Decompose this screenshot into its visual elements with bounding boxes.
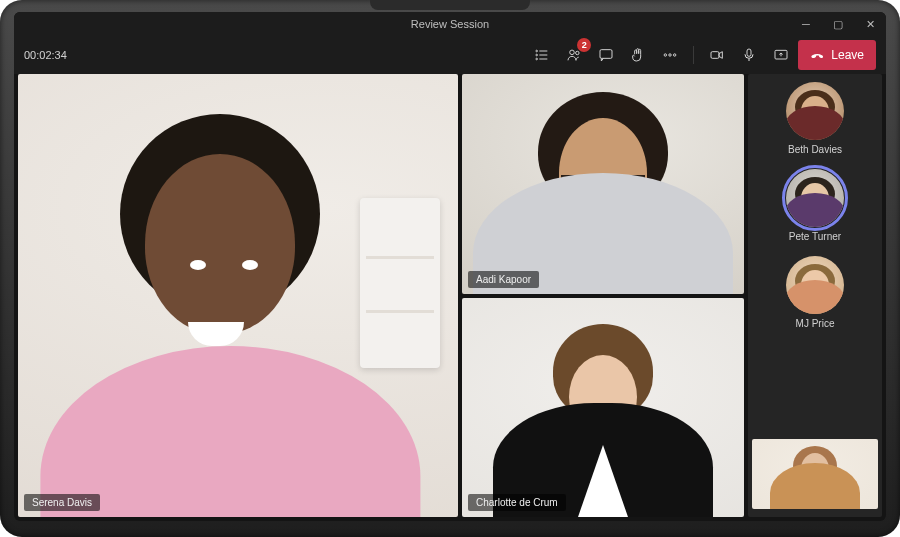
hangup-icon xyxy=(810,48,825,63)
more-actions-button[interactable] xyxy=(655,40,685,70)
window-minimize-button[interactable]: ─ xyxy=(790,12,822,36)
share-screen-button[interactable] xyxy=(766,40,796,70)
participant-sidebar: Beth Davies Pete Turner MJ Price xyxy=(748,74,882,517)
leave-button[interactable]: Leave xyxy=(798,40,876,70)
svg-rect-12 xyxy=(711,52,719,59)
video-feed xyxy=(752,439,878,509)
video-feed xyxy=(462,74,744,294)
video-stage: Serena Davis Aadi Kapoor Charlotte de Cr… xyxy=(14,74,886,521)
call-timer: 00:02:34 xyxy=(24,49,67,61)
self-video-thumbnail[interactable] xyxy=(752,439,878,509)
hand-icon xyxy=(630,47,646,63)
sidebar-participant[interactable]: MJ Price xyxy=(786,256,844,329)
window-controls: ─ ▢ ✕ xyxy=(790,12,886,36)
toolbar-separator xyxy=(693,46,694,64)
leave-button-label: Leave xyxy=(831,48,864,62)
participants-list-button[interactable] xyxy=(527,40,557,70)
chat-icon xyxy=(598,47,614,63)
svg-point-10 xyxy=(669,54,671,56)
window-maximize-button[interactable]: ▢ xyxy=(822,12,854,36)
window-titlebar: Review Session ─ ▢ ✕ xyxy=(14,12,886,36)
people-button[interactable]: 2 xyxy=(559,40,589,70)
participant-name-label: Aadi Kapoor xyxy=(468,271,539,288)
svg-point-6 xyxy=(570,50,575,55)
call-toolbar: 00:02:34 2 xyxy=(14,36,886,74)
camera-button[interactable] xyxy=(702,40,732,70)
people-badge: 2 xyxy=(577,38,591,52)
avatar xyxy=(786,82,844,140)
share-screen-icon xyxy=(773,47,789,63)
raise-hand-button[interactable] xyxy=(623,40,653,70)
video-tile-secondary[interactable]: Aadi Kapoor xyxy=(462,74,744,294)
participant-name-label: Charlotte de Crum xyxy=(468,494,566,511)
avatar xyxy=(786,169,844,227)
device-frame: Review Session ─ ▢ ✕ 00:02:34 2 xyxy=(0,0,900,537)
participant-name-label: MJ Price xyxy=(796,318,835,329)
participant-name-label: Pete Turner xyxy=(789,231,841,242)
list-icon xyxy=(534,47,550,63)
video-tile-secondary[interactable]: Charlotte de Crum xyxy=(462,298,744,518)
ellipsis-icon xyxy=(662,47,678,63)
video-tile-main[interactable]: Serena Davis xyxy=(18,74,458,517)
window-title: Review Session xyxy=(411,18,489,30)
svg-point-2 xyxy=(536,54,538,56)
sidebar-participant[interactable]: Pete Turner xyxy=(786,169,844,242)
svg-rect-13 xyxy=(747,49,751,56)
sidebar-participant[interactable]: Beth Davies xyxy=(786,82,844,155)
toolbar-actions: 2 xyxy=(527,40,876,70)
app-screen: Review Session ─ ▢ ✕ 00:02:34 2 xyxy=(14,12,886,521)
video-feed xyxy=(18,74,458,517)
participant-name-label: Beth Davies xyxy=(788,144,842,155)
video-feed xyxy=(462,298,744,518)
microphone-icon xyxy=(741,47,757,63)
secondary-tiles-column: Aadi Kapoor Charlotte de Crum xyxy=(462,74,744,517)
svg-point-7 xyxy=(576,51,579,54)
svg-point-0 xyxy=(536,50,538,52)
svg-rect-8 xyxy=(600,50,612,59)
microphone-button[interactable] xyxy=(734,40,764,70)
svg-point-11 xyxy=(674,54,676,56)
participant-name-label: Serena Davis xyxy=(24,494,100,511)
svg-point-9 xyxy=(664,54,666,56)
chat-button[interactable] xyxy=(591,40,621,70)
avatar xyxy=(786,256,844,314)
svg-point-4 xyxy=(536,58,538,60)
camera-icon xyxy=(709,47,725,63)
window-close-button[interactable]: ✕ xyxy=(854,12,886,36)
